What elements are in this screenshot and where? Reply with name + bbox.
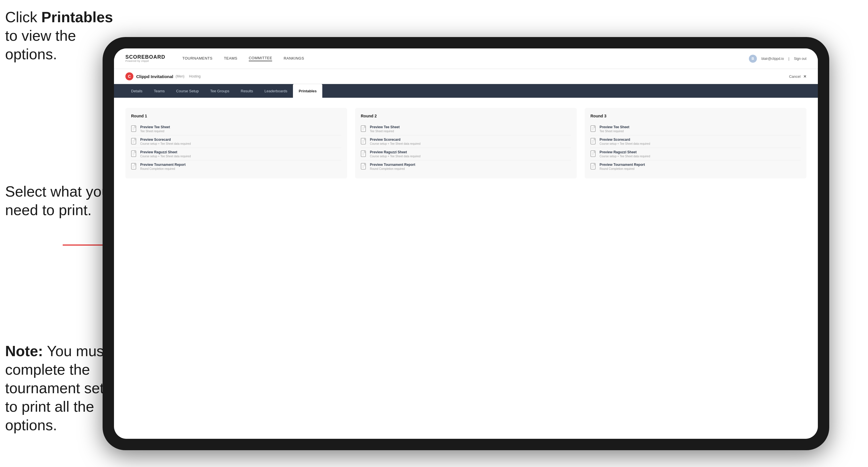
print-item-text: Preview Tee SheetTee Sheet required [599,125,629,133]
document-icon [590,163,597,170]
print-item-sub: Course setup + Tee Sheet data required [370,142,420,145]
print-item-sub: Course setup + Tee Sheet data required [370,155,420,158]
document-icon [361,138,367,145]
tab-tee-groups[interactable]: Tee Groups [205,84,235,98]
nav-tournaments[interactable]: TOURNAMENTS [182,56,213,61]
annotation-middle: Select what you need to print. [5,182,114,219]
round-title-3: Round 3 [590,114,801,118]
main-content: Round 1 Preview Tee SheetTee Sheet requi… [114,98,818,439]
round-title-2: Round 2 [361,114,571,118]
logo-powered: Powered by clippd [125,60,165,63]
print-item-r3-1[interactable]: Preview Tee SheetTee Sheet required [590,123,801,135]
round-section-2: Round 2 Preview Tee SheetTee Sheet requi… [355,108,577,178]
tab-printables[interactable]: Printables [293,84,322,98]
print-item-title: Preview Raguzzi Sheet [140,150,191,154]
logo-area: SCOREBOARD Powered by clippd [125,55,165,63]
tab-teams[interactable]: Teams [148,84,170,98]
print-item-r3-3[interactable]: Preview Raguzzi SheetCourse setup + Tee … [590,148,801,160]
print-item-r1-1[interactable]: Preview Tee SheetTee Sheet required [131,123,341,135]
print-item-sub: Course setup + Tee Sheet data required [599,142,650,145]
print-item-sub: Course setup + Tee Sheet data required [140,155,191,158]
print-item-text: Preview Tournament ReportRound Completio… [599,163,645,170]
top-nav-right: B blair@clippd.io | Sign out [749,55,806,63]
sub-nav: Details Teams Course Setup Tee Groups Re… [114,84,818,98]
print-item-text: Preview ScorecardCourse setup + Tee Shee… [599,137,650,145]
user-email: blair@clippd.io [762,57,784,61]
print-item-text: Preview Raguzzi SheetCourse setup + Tee … [599,150,650,158]
print-item-r3-2[interactable]: Preview ScorecardCourse setup + Tee Shee… [590,135,801,148]
print-item-text: Preview Tee SheetTee Sheet required [370,125,400,133]
nav-teams[interactable]: TEAMS [224,56,237,61]
print-item-r2-4[interactable]: Preview Tournament ReportRound Completio… [361,160,571,173]
tab-results[interactable]: Results [235,84,259,98]
print-item-title: Preview Tournament Report [140,163,186,167]
round-section-1: Round 1 Preview Tee SheetTee Sheet requi… [125,108,347,178]
print-item-text: Preview Raguzzi SheetCourse setup + Tee … [370,150,420,158]
tournament-header: C Clippd Invitational (Men) Hosting Canc… [114,69,818,84]
tournament-logo: C [125,72,133,80]
nav-rankings[interactable]: RANKINGS [283,56,304,61]
logo-scoreboard: SCOREBOARD [125,55,165,60]
print-item-title: Preview Tournament Report [599,163,645,167]
tournament-name: Clippd Invitational [136,74,173,79]
print-item-text: Preview Tournament ReportRound Completio… [370,163,415,170]
nav-separator: | [788,57,789,61]
print-item-title: Preview Tee Sheet [140,125,170,129]
top-nav-links: TOURNAMENTS TEAMS COMMITTEE RANKINGS [182,56,304,61]
sign-out-link[interactable]: Sign out [794,57,806,61]
print-item-r1-4[interactable]: Preview Tournament ReportRound Completio… [131,160,341,173]
print-item-title: Preview Tee Sheet [370,125,400,129]
print-item-title: Preview Scorecard [599,137,650,142]
tournament-bracket: (Men) [176,74,184,79]
document-icon [131,163,137,170]
nav-committee[interactable]: COMMITTEE [249,56,272,61]
tab-course-setup[interactable]: Course Setup [170,84,205,98]
print-item-r1-2[interactable]: Preview ScorecardCourse setup + Tee Shee… [131,135,341,148]
document-icon [361,163,367,170]
print-item-title: Preview Raguzzi Sheet [370,150,420,154]
print-item-r2-2[interactable]: Preview ScorecardCourse setup + Tee Shee… [361,135,571,148]
tab-leaderboards[interactable]: Leaderboards [259,84,293,98]
print-item-text: Preview Raguzzi SheetCourse setup + Tee … [140,150,191,158]
tab-details[interactable]: Details [125,84,148,98]
print-item-r3-4[interactable]: Preview Tournament ReportRound Completio… [590,160,801,173]
document-icon [361,125,367,133]
print-item-text: Preview ScorecardCourse setup + Tee Shee… [140,137,191,145]
app-container: SCOREBOARD Powered by clippd TOURNAMENTS… [114,49,818,439]
print-item-sub: Round Completion required [140,167,186,170]
print-item-title: Preview Scorecard [370,137,420,142]
document-icon [131,138,137,145]
tournament-hosting: Hosting [189,74,200,79]
print-item-sub: Round Completion required [599,167,645,170]
print-item-title: Preview Scorecard [140,137,191,142]
tablet-screen: SCOREBOARD Powered by clippd TOURNAMENTS… [114,49,818,439]
print-item-title: Preview Raguzzi Sheet [599,150,650,154]
rounds-grid: Round 1 Preview Tee SheetTee Sheet requi… [125,108,806,178]
print-item-r2-1[interactable]: Preview Tee SheetTee Sheet required [361,123,571,135]
document-icon [590,150,597,158]
top-nav: SCOREBOARD Powered by clippd TOURNAMENTS… [114,49,818,69]
cancel-x-icon: ✕ [803,74,806,79]
printables-bold: Printables [41,9,113,25]
round-section-3: Round 3 Preview Tee SheetTee Sheet requi… [585,108,806,178]
print-item-sub: Course setup + Tee Sheet data required [599,155,650,158]
print-item-text: Preview ScorecardCourse setup + Tee Shee… [370,137,420,145]
document-icon [361,150,367,158]
print-item-sub: Round Completion required [370,167,415,170]
print-item-r1-3[interactable]: Preview Raguzzi SheetCourse setup + Tee … [131,148,341,160]
user-avatar: B [749,55,757,63]
document-icon [590,125,597,133]
tablet-shell: SCOREBOARD Powered by clippd TOURNAMENTS… [102,37,829,450]
print-item-sub: Tee Sheet required [599,130,629,133]
document-icon [590,138,597,145]
print-item-sub: Tee Sheet required [140,130,170,133]
round-title-1: Round 1 [131,114,341,118]
print-item-text: Preview Tournament ReportRound Completio… [140,163,186,170]
annotation-top: Click Printables to view the options. [5,8,114,64]
print-item-text: Preview Tee SheetTee Sheet required [140,125,170,133]
print-item-title: Preview Tournament Report [370,163,415,167]
print-item-title: Preview Tee Sheet [599,125,629,129]
cancel-button[interactable]: Cancel ✕ [789,74,806,79]
print-item-sub: Course setup + Tee Sheet data required [140,142,191,145]
print-item-r2-3[interactable]: Preview Raguzzi SheetCourse setup + Tee … [361,148,571,160]
